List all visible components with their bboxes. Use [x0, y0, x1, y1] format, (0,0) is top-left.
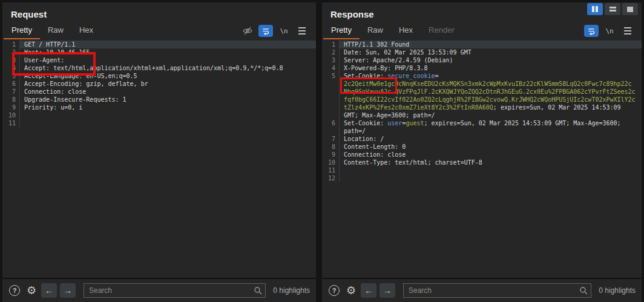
single-view-button[interactable] [622, 3, 638, 15]
line-text: X-Powered-By: PHP/8.3.8 [339, 64, 642, 72]
code-line[interactable]: 12 [322, 174, 642, 182]
code-line[interactable]: fqf0bgC66I22cvIf022Ao0ZQ2cLqghjR%2FIBGw2… [322, 96, 642, 103]
columns-icon [592, 6, 594, 12]
code-line[interactable]: 2Date: Sun, 02 Mar 2025 13:53:09 GMT [322, 48, 642, 56]
line-number [322, 80, 339, 88]
hamburger-icon [298, 27, 306, 34]
line-text [339, 166, 642, 174]
next-match-button[interactable]: → [380, 283, 395, 298]
line-text [19, 111, 316, 119]
gear-icon: ⚙ [346, 285, 356, 296]
hide-response-eye-icon[interactable] [240, 25, 255, 37]
request-tabs: PrettyRawHex \n [2, 21, 316, 39]
code-line[interactable]: tZlz4xKP%2Fes2c0xmZ7ieXt8Y2c3%2FtInR0A60… [322, 103, 642, 111]
line-number: 8 [322, 143, 339, 151]
search-input[interactable] [84, 283, 266, 298]
code-line[interactable]: 10 [2, 111, 316, 119]
search-settings-button[interactable]: ⚙ [24, 283, 39, 298]
code-line[interactable]: 3User-Agent: [2, 56, 316, 64]
search-help-button[interactable]: ? [7, 283, 22, 298]
line-number: 5 [322, 72, 339, 80]
search-field-wrap [84, 283, 266, 298]
code-line[interactable]: 9Priority: u=0, i [2, 103, 316, 111]
search-help-button[interactable]: ? [327, 283, 341, 298]
code-line[interactable]: Nbq9SoVavvA2c.QVzFPqJlF.2cKXQWJYQoZQQ2cD… [322, 88, 642, 96]
search-icon [254, 286, 262, 297]
tab-hex[interactable]: Hex [391, 22, 421, 39]
search-input[interactable] [403, 283, 591, 298]
stacked-view-button[interactable] [605, 3, 620, 15]
line-number: 6 [2, 80, 19, 88]
code-line[interactable]: 8Content-Length: 0 [322, 143, 642, 151]
newline-toggle-button[interactable]: \n [277, 25, 291, 37]
code-line[interactable]: 2c2QeitMw0e1gcDcNnqKseEDU2cKsMQKSn3xmk2c… [322, 80, 642, 88]
line-number [322, 88, 339, 96]
code-line[interactable]: 9Connection: close [322, 151, 642, 159]
line-number: 7 [2, 88, 19, 96]
line-number: 9 [2, 103, 19, 111]
code-line[interactable]: GMT; Max-Age=3600; path=/ [322, 111, 642, 119]
line-text: Connection: close [19, 88, 316, 96]
line-number: 11 [322, 166, 339, 174]
code-line[interactable]: 6Accept-Encoding: gzip, deflate, br [2, 80, 316, 88]
line-text: Accept-Encoding: gzip, deflate, br [19, 80, 316, 88]
line-number [322, 127, 339, 135]
code-line[interactable]: 11 [2, 119, 316, 127]
code-line[interactable]: 5Set-Cookie: secure_cookie= [322, 72, 642, 80]
code-line[interactable]: 11 [322, 166, 642, 174]
code-line[interactable]: path=/ [322, 127, 642, 135]
newline-label: \n [605, 27, 613, 35]
word-wrap-button[interactable] [584, 25, 599, 37]
code-line[interactable]: 8Upgrade-Insecure-Requests: 1 [2, 96, 316, 103]
code-line[interactable]: 1HTTP/1.1 302 Found [322, 41, 642, 48]
response-editor[interactable]: 1HTTP/1.1 302 Found2Date: Sun, 02 Mar 20… [322, 39, 642, 278]
question-icon: ? [9, 285, 20, 296]
code-line[interactable]: 4Accept: text/html,application/xhtml+xml… [2, 64, 316, 72]
line-number: 8 [2, 96, 19, 103]
code-line[interactable]: 5Accept-Language: en-US,en;q=0.5 [2, 72, 316, 80]
tab-pretty[interactable]: Pretty [323, 22, 360, 39]
line-text: Server: Apache/2.4.59 (Debian) [339, 56, 642, 64]
line-number: 1 [322, 41, 339, 48]
code-line[interactable]: 1GET / HTTP/1.1 [2, 41, 316, 48]
newline-toggle-button[interactable]: \n [602, 25, 617, 37]
code-line[interactable]: 4X-Powered-By: PHP/8.3.8 [322, 64, 642, 72]
tab-raw[interactable]: Raw [360, 22, 391, 39]
tab-raw[interactable]: Raw [40, 22, 71, 39]
line-text: 2c2QeitMw0e1gcDcNnqKseEDU2cKsMQKSn3xmk2c… [339, 80, 642, 88]
line-text: Upgrade-Insecure-Requests: 1 [19, 96, 316, 103]
request-search-bar: ? ⚙ ← → 0 highlights [2, 278, 316, 302]
line-number: 10 [2, 111, 19, 119]
rows-icon [610, 7, 616, 11]
line-number [322, 96, 339, 103]
prev-match-button[interactable]: ← [41, 283, 57, 298]
line-number: 5 [2, 72, 19, 80]
line-number: 4 [2, 64, 19, 72]
code-line[interactable]: 10Content-Type: text/html; charset=UTF-8 [322, 159, 642, 166]
editor-menu-button[interactable] [295, 25, 309, 37]
highlights-count: 0 highlights [273, 286, 310, 295]
code-line[interactable]: 7Connection: close [2, 88, 316, 96]
line-number: 9 [322, 151, 339, 159]
prev-match-button[interactable]: ← [361, 283, 376, 298]
line-text: Location: / [339, 135, 642, 143]
search-icon [579, 286, 588, 297]
response-code: 1HTTP/1.1 302 Found2Date: Sun, 02 Mar 20… [322, 41, 642, 182]
word-wrap-button[interactable] [258, 25, 273, 37]
line-text: Date: Sun, 02 Mar 2025 13:53:09 GMT [339, 48, 642, 56]
request-editor[interactable]: 1GET / HTTP/1.12Host: 10.10.46.1653User-… [2, 39, 316, 278]
line-number [322, 103, 339, 111]
line-text: GMT; Max-Age=3600; path=/ [339, 111, 642, 119]
editor-menu-button[interactable] [620, 25, 635, 37]
search-settings-button[interactable]: ⚙ [344, 283, 358, 298]
next-match-button[interactable]: → [60, 283, 76, 298]
code-line[interactable]: 2Host: 10.10.46.165 [2, 48, 316, 56]
tab-hex[interactable]: Hex [71, 22, 101, 39]
tab-pretty[interactable]: Pretty [4, 22, 40, 39]
tab-render[interactable]: Render [421, 22, 462, 39]
columns-view-button[interactable] [587, 3, 603, 15]
line-text: GET / HTTP/1.1 [19, 41, 316, 48]
code-line[interactable]: 6Set-Cookie: user=guest; expires=Sun, 02… [322, 119, 642, 127]
code-line[interactable]: 7Location: / [322, 135, 642, 143]
code-line[interactable]: 3Server: Apache/2.4.59 (Debian) [322, 56, 642, 64]
